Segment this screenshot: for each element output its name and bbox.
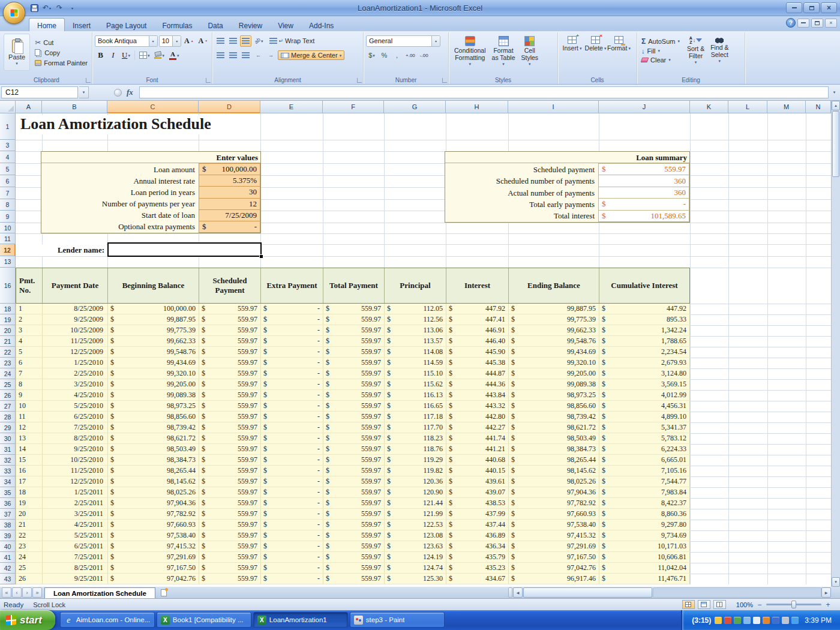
cell-payment-date[interactable]: 10/25/2009 [43,325,108,335]
cell-cumulative-interest[interactable]: $5,341.37 [599,422,690,433]
header-cell-payment-date[interactable]: Payment Date [43,268,108,303]
cell-scheduled-payment[interactable]: $559.97 [199,498,261,508]
row-header-11[interactable]: 11 [0,233,16,244]
cell-interest[interactable]: $437.99 [446,509,509,519]
cell-ending-balance[interactable]: $98,621.72 [509,422,599,433]
cell-beginning-balance[interactable]: $98,739.42 [108,422,199,433]
cell-payment-date[interactable]: 12/25/2010 [43,476,108,487]
cell-extra-payment[interactable]: $- [261,444,323,454]
cell-ending-balance[interactable]: $97,782.92 [509,498,599,508]
cell-cumulative-interest[interactable]: $1,342.24 [599,325,690,335]
cell-payment-date[interactable]: 3/25/2010 [43,379,108,389]
previous-sheet-button[interactable]: ‹ [12,587,22,598]
cell-interest[interactable]: $442.80 [446,412,509,422]
cell-extra-payment[interactable]: $- [261,466,323,476]
select-all-corner[interactable] [0,101,16,113]
row-header-37[interactable]: 37 [0,509,16,520]
fill-color-button[interactable]: ▾ [152,50,166,61]
cell-scheduled-payment[interactable]: $559.97 [199,401,261,411]
tray-icon-4[interactable] [743,617,751,624]
normal-view-button[interactable] [682,600,695,609]
cell-cumulative-interest[interactable]: $11,476.71 [599,574,690,584]
cell-cumulative-interest[interactable]: $4,012.99 [599,390,690,400]
cell-extra-payment[interactable]: $- [261,304,323,314]
taskbar-button-paint[interactable]: step3 - Paint [350,612,445,628]
cell-total-payment[interactable]: $559.97 [323,379,385,389]
cell-beginning-balance[interactable]: $100,000.00 [108,304,199,314]
input-value[interactable]: $- [598,198,689,210]
cell-payment-date[interactable]: 8/25/2011 [43,563,108,573]
cell-scheduled-payment[interactable]: $559.97 [199,520,261,530]
cell-payment-date[interactable]: 12/25/2009 [43,347,108,357]
cell-payment-date[interactable]: 9/25/2009 [43,314,108,325]
column-header-M[interactable]: M [767,101,806,113]
cell-interest[interactable]: $439.61 [446,476,509,487]
accounting-format-button[interactable]: $▾ [366,50,377,61]
row-header-36[interactable]: 36 [0,498,16,509]
cell-cumulative-interest[interactable]: $2,234.54 [599,347,690,357]
ribbon-tab-page-layout[interactable]: Page Layout [98,18,154,31]
horizontal-scroll-track[interactable] [653,587,821,598]
cell-interest[interactable]: $445.38 [446,358,509,368]
font-size-combo[interactable]: 10▾ [159,35,182,47]
cell-interest[interactable]: $436.89 [446,530,509,541]
row-header-23[interactable]: 23 [0,358,16,368]
cell-interest[interactable]: $440.15 [446,466,509,476]
cell-payment-date[interactable]: 5/25/2011 [43,530,108,541]
cell-interest[interactable]: $445.90 [446,347,509,357]
ribbon-tab-data[interactable]: Data [200,18,230,31]
cell-scheduled-payment[interactable]: $559.97 [199,552,261,562]
horizontal-scrollbar[interactable]: ◀ ▶ [508,587,831,598]
workbook-minimize-button[interactable] [797,19,809,28]
cell-interest[interactable]: $447.92 [446,304,509,314]
cell-scheduled-payment[interactable]: $559.97 [199,476,261,487]
cell-cumulative-interest[interactable]: $8,860.36 [599,509,690,519]
row-header-6[interactable]: 6 [0,175,16,187]
conditional-formatting-button[interactable]: ConditionalFormatting ▾ [451,34,489,68]
name-box[interactable]: C12 [1,86,78,98]
insert-function-button[interactable]: fx [124,88,138,97]
cell-ending-balance[interactable]: $98,265.44 [509,455,599,465]
cell-pmt-no[interactable]: 4 [16,336,43,346]
cell-total-payment[interactable]: $559.97 [323,325,385,335]
cell-ending-balance[interactable]: $99,887.95 [509,304,599,314]
cell-cumulative-interest[interactable]: $6,665.01 [599,455,690,465]
cell-payment-date[interactable]: 8/25/2009 [43,304,108,314]
cell-extra-payment[interactable]: $- [261,530,323,541]
borders-button[interactable]: ▾ [137,50,152,61]
cell-principal[interactable]: $121.99 [385,509,446,519]
row-header-1[interactable]: 1 [0,113,16,140]
delete-cells-button[interactable]: × Delete▾ [584,34,607,54]
row-header-34[interactable]: 34 [0,476,16,487]
workbook-restore-button[interactable] [811,19,823,28]
cell-total-payment[interactable]: $559.97 [323,422,385,433]
cell-pmt-no[interactable]: 12 [16,422,43,433]
ribbon-tab-review[interactable]: Review [231,18,270,31]
cell-principal[interactable]: $123.63 [385,541,446,551]
increase-indent-button[interactable]: → [265,50,277,61]
cell-interest[interactable]: $444.87 [446,368,509,379]
header-cell-total-payment[interactable]: Total Payment [323,268,385,303]
cell-total-payment[interactable]: $559.97 [323,552,385,562]
cell-scheduled-payment[interactable]: $559.97 [199,390,261,400]
grow-font-button[interactable]: A▲ [182,35,195,47]
column-header-E[interactable]: E [260,101,323,113]
cell-cumulative-interest[interactable]: $7,983.84 [599,487,690,497]
cell-interest[interactable]: $443.32 [446,401,509,411]
cell-pmt-no[interactable]: 26 [16,574,43,584]
cell-scheduled-payment[interactable]: $559.97 [199,325,261,335]
cell-principal[interactable]: $114.59 [385,358,446,368]
header-cell-cumulative-interest[interactable]: Cumulative Interest [599,268,689,303]
align-center-button[interactable] [227,50,239,61]
cell-beginning-balance[interactable]: $98,621.72 [108,433,199,443]
cell-styles-button[interactable]: CellStyles ▾ [518,34,541,68]
cell-principal[interactable]: $113.57 [385,336,446,346]
cell-pmt-no[interactable]: 21 [16,520,43,530]
cell-cumulative-interest[interactable]: $895.33 [599,314,690,325]
cell-ending-balance[interactable]: $99,434.69 [509,347,599,357]
cell-interest[interactable]: $446.40 [446,336,509,346]
lender-name-cell[interactable] [107,242,262,257]
cell-beginning-balance[interactable]: $97,167.50 [108,563,199,573]
cell-principal[interactable]: $121.44 [385,498,446,508]
font-color-button[interactable]: A▾ [167,50,181,61]
